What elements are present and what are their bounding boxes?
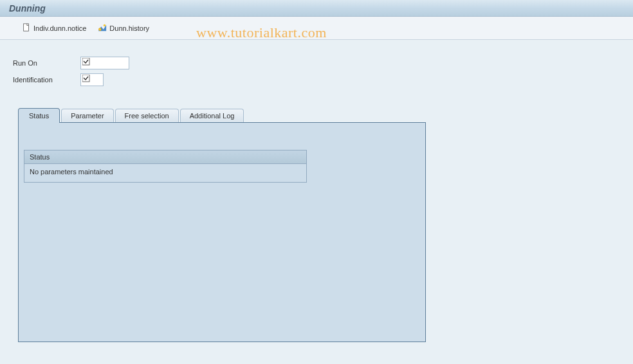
tab-additional-log[interactable]: Additional Log bbox=[180, 109, 244, 122]
identification-row: Identification bbox=[13, 73, 620, 86]
value-help-icon[interactable] bbox=[82, 75, 90, 82]
run-on-input[interactable] bbox=[80, 57, 129, 69]
run-on-label: Run On bbox=[13, 59, 80, 67]
run-on-row: Run On bbox=[13, 57, 620, 69]
tab-additional-log-label: Additional Log bbox=[190, 112, 235, 120]
svg-point-3 bbox=[99, 28, 102, 30]
indiv-dunn-notice-label: Indiv.dunn.notice bbox=[33, 24, 86, 32]
content-area: Run On Identification Status Parameter F… bbox=[0, 40, 633, 350]
status-group-title: Status bbox=[24, 150, 306, 164]
tab-panel-status: Status No parameters maintained bbox=[18, 122, 426, 342]
svg-point-2 bbox=[104, 24, 106, 26]
identification-input[interactable] bbox=[80, 73, 104, 86]
history-icon bbox=[98, 23, 107, 33]
title-bar: Dunning bbox=[0, 0, 633, 17]
document-icon bbox=[22, 23, 31, 33]
status-groupbox: Status No parameters maintained bbox=[24, 150, 307, 183]
indiv-dunn-notice-button[interactable]: Indiv.dunn.notice bbox=[22, 23, 86, 33]
toolbar: Indiv.dunn.notice Dunn.history bbox=[0, 17, 633, 40]
page-title: Dunning bbox=[9, 3, 46, 14]
dunn-history-button[interactable]: Dunn.history bbox=[98, 23, 149, 33]
status-message: No parameters maintained bbox=[24, 164, 306, 182]
tab-parameter-label: Parameter bbox=[71, 112, 104, 120]
tab-free-selection[interactable]: Free selection bbox=[115, 109, 179, 122]
dunn-history-label: Dunn.history bbox=[109, 24, 149, 32]
tab-free-selection-label: Free selection bbox=[125, 112, 169, 120]
tab-row: Status Parameter Free selection Addition… bbox=[18, 108, 620, 122]
value-help-icon[interactable] bbox=[82, 58, 90, 66]
identification-label: Identification bbox=[13, 76, 80, 84]
tab-status[interactable]: Status bbox=[18, 108, 60, 123]
tab-parameter[interactable]: Parameter bbox=[61, 109, 113, 122]
tabstrip: Status Parameter Free selection Addition… bbox=[18, 108, 620, 342]
svg-rect-0 bbox=[24, 23, 29, 30]
tab-status-label: Status bbox=[29, 112, 49, 120]
